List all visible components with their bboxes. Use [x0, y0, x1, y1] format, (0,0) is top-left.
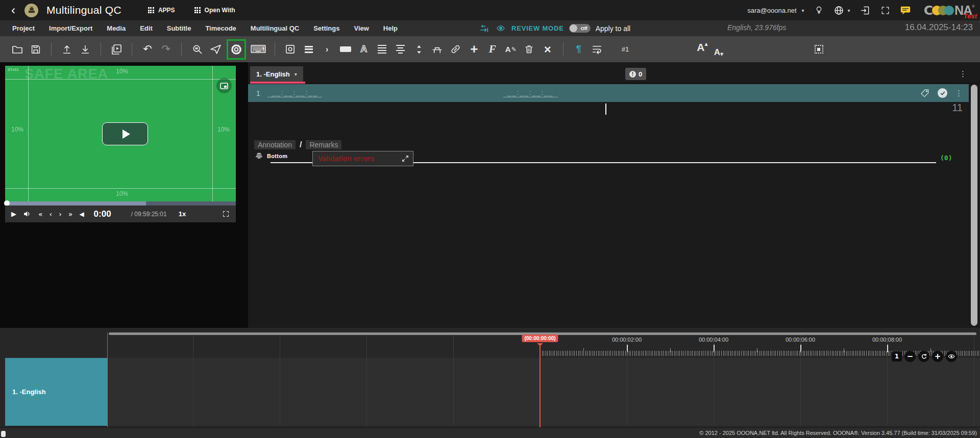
import-upload-icon[interactable] — [60, 41, 74, 58]
redo-icon[interactable]: ↷ — [159, 41, 173, 58]
video-preview[interactable]: 37x11 SAFE AREA 10% 10% 10% 10% — [5, 66, 236, 201]
player-fullscreen-icon[interactable] — [222, 210, 230, 218]
hint-lightbulb-icon[interactable] — [814, 5, 824, 16]
skip-forward-icon[interactable]: » — [68, 211, 73, 218]
toolbar-separator — [132, 43, 132, 56]
logout-icon[interactable] — [860, 5, 871, 16]
timeline-track-lane[interactable] — [108, 358, 980, 426]
zoom-in-icon[interactable]: + — [932, 351, 943, 362]
tag-icon[interactable] — [920, 88, 930, 98]
add-plus-icon[interactable]: + — [467, 41, 481, 58]
resolution-overlay: 37x11 — [8, 67, 19, 72]
skip-back-icon[interactable]: « — [38, 211, 43, 218]
menu-help[interactable]: Help — [383, 24, 398, 32]
zoom-level-indicator[interactable]: 1 — [892, 351, 902, 362]
font-decrease-icon[interactable]: A▼ — [712, 41, 726, 58]
fullscreen-icon[interactable] — [880, 6, 890, 15]
delete-trash-icon[interactable] — [522, 41, 536, 58]
visibility-eye-icon[interactable] — [946, 351, 957, 362]
back-chevron-icon[interactable]: ‹ — [11, 4, 15, 16]
apply-to-all-label[interactable]: Apply to all — [596, 24, 630, 33]
rows-icon[interactable] — [302, 41, 316, 58]
apps-menu-button[interactable]: APPS — [148, 7, 175, 14]
scrollbar-thumb[interactable] — [971, 85, 977, 326]
box-fill-icon[interactable] — [338, 41, 353, 58]
play-button[interactable]: ▶ — [11, 211, 16, 217]
media-settings-box-icon[interactable] — [283, 41, 298, 58]
edit-text-icon[interactable]: A✎ — [504, 41, 518, 58]
menu-subtitle[interactable]: Subtitle — [167, 24, 191, 32]
tab-annotation[interactable]: Annotation — [254, 140, 296, 149]
margin-left-label: 10% — [11, 126, 23, 133]
jump-to-icon[interactable] — [479, 24, 490, 33]
settings-gear-icon[interactable] — [227, 39, 246, 60]
subtitle-row[interactable]: 1 __:__:__:__ __:__:__:__ ⋮ — [248, 84, 969, 102]
playhead-badge[interactable]: (00:00:00:00) — [522, 334, 558, 342]
timecode-in-field[interactable]: __:__:__:__ — [267, 89, 322, 97]
language-globe-menu[interactable]: ▾ — [834, 5, 850, 16]
open-folder-icon[interactable] — [10, 41, 24, 58]
menu-settings[interactable]: Settings — [313, 24, 339, 32]
datetime: 16.04.2025-14:23 — [905, 22, 973, 33]
menu-multilingual-qc[interactable]: Multilingual QC — [251, 24, 299, 32]
keyboard-icon[interactable]: ⌨ — [250, 41, 266, 58]
row-kebab-menu-icon[interactable]: ⋮ — [955, 89, 963, 98]
export-download-icon[interactable] — [78, 41, 92, 58]
tab-remarks[interactable]: Remarks — [306, 140, 341, 149]
table-bench-icon[interactable] — [430, 41, 445, 58]
expand-chevron-icon[interactable]: › — [320, 41, 334, 58]
editor-scrollbar[interactable] — [971, 85, 977, 326]
undo-icon[interactable]: ↶ — [140, 41, 155, 58]
check-circle-icon[interactable] — [938, 88, 947, 98]
duplicate-media-icon[interactable] — [109, 41, 124, 58]
menu-edit[interactable]: Edit — [140, 24, 153, 32]
align-justify-icon[interactable] — [375, 41, 389, 58]
menu-import-export[interactable]: Import/Export — [49, 24, 92, 32]
word-wrap-icon[interactable] — [590, 41, 604, 58]
validation-errors-box[interactable]: Validation errors — [312, 151, 413, 166]
playback-speed[interactable]: 1x — [179, 210, 186, 218]
vertical-align-icon[interactable] — [412, 41, 426, 58]
prev-subtitle-icon[interactable]: ◀ — [79, 211, 84, 217]
play-overlay-button[interactable] — [102, 122, 148, 145]
review-eye-icon[interactable] — [495, 24, 506, 33]
step-forward-icon[interactable]: › — [59, 211, 62, 218]
menu-project[interactable]: Project — [12, 24, 35, 32]
pilcrow-icon[interactable]: ¶ — [572, 41, 586, 58]
volume-icon[interactable] — [23, 210, 32, 218]
link-icon[interactable] — [449, 41, 463, 58]
font-outline-icon[interactable]: A — [357, 41, 371, 58]
italic-format-icon[interactable]: F — [485, 41, 500, 58]
issues-badge[interactable]: ! 0 — [625, 68, 646, 80]
review-mode-toggle[interactable]: Off — [569, 24, 591, 33]
zoom-out-icon[interactable]: − — [904, 351, 916, 362]
tab-language-english[interactable]: 1. -English ▾ — [250, 66, 303, 82]
send-icon[interactable] — [208, 41, 223, 58]
find-replace-icon[interactable] — [190, 41, 204, 58]
chat-icon[interactable] — [900, 5, 911, 16]
save-icon[interactable] — [29, 41, 43, 58]
pip-icon[interactable] — [216, 78, 232, 93]
user-menu[interactable]: sara@ooona.net ▾ — [747, 7, 804, 14]
menu-timecode[interactable]: Timecode — [205, 24, 236, 32]
step-back-icon[interactable]: ‹ — [50, 211, 53, 218]
expand-diagonal-icon[interactable] — [402, 155, 409, 162]
border-box-icon[interactable] — [812, 41, 826, 58]
panel-kebab-menu-icon[interactable]: ⋮ — [959, 69, 967, 79]
position-control[interactable]: Bottom — [255, 152, 287, 159]
subtitle-text-area[interactable] — [248, 116, 969, 140]
font-increase-icon[interactable]: A▲ — [695, 41, 709, 58]
seek-bar[interactable] — [5, 201, 236, 205]
close-x-icon[interactable]: × — [541, 41, 555, 58]
align-center-icon[interactable] — [394, 41, 408, 58]
row-icons: ⋮ — [920, 88, 963, 98]
gridline — [193, 335, 193, 426]
track-label-block[interactable]: 1. -English — [5, 358, 107, 426]
language-tab-strip: 1. -English ▾ ! 0 ⋮ — [248, 65, 980, 84]
open-with-button[interactable]: Open With — [194, 7, 235, 14]
timecode-out-field[interactable]: __:__:__:__ — [503, 89, 558, 97]
avatar[interactable] — [24, 4, 38, 17]
menu-view[interactable]: View — [354, 24, 369, 32]
reset-zoom-icon[interactable] — [918, 351, 929, 362]
menu-media[interactable]: Media — [107, 24, 126, 32]
